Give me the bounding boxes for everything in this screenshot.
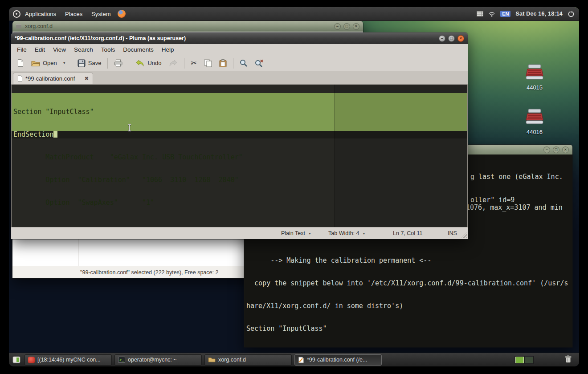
taskbar-item-pluma[interactable]: *99-calibration.conf (/e... bbox=[294, 354, 382, 366]
pluma-title: *99-calibration.conf (/etc/X11/xorg.conf… bbox=[15, 35, 186, 41]
terminal-text-fragment: oller" id=9 bbox=[470, 196, 514, 204]
close-button[interactable]: × bbox=[457, 35, 464, 42]
tab-width-selector[interactable]: Tab Width: 4 ▼ bbox=[326, 229, 368, 237]
paste-icon bbox=[219, 59, 227, 67]
open-folder-icon bbox=[31, 60, 40, 67]
print-icon bbox=[114, 59, 122, 67]
close-button[interactable]: × bbox=[353, 23, 359, 30]
spreadsheet-applet-icon[interactable] bbox=[477, 11, 483, 16]
minimize-button[interactable]: − bbox=[439, 35, 445, 42]
taskbar-item-label: xorg.conf.d bbox=[218, 357, 246, 363]
firefox-launcher-icon[interactable] bbox=[118, 10, 126, 18]
cut-button[interactable]: ✂ bbox=[188, 57, 200, 70]
workspace-1[interactable] bbox=[515, 357, 524, 363]
menu-edit[interactable]: Edit bbox=[31, 44, 49, 55]
undo-button[interactable]: Undo bbox=[132, 57, 164, 70]
menu-file[interactable]: File bbox=[13, 44, 31, 55]
open-dropdown[interactable]: ▼ bbox=[61, 57, 68, 70]
selection-status-text: "99-calibration.conf" selected (222 byte… bbox=[80, 269, 218, 276]
taskbar-item-mycnc[interactable]: [(18:14:46) myCNC con... bbox=[24, 354, 112, 366]
text-editor-icon bbox=[298, 357, 304, 363]
network-wifi-icon[interactable] bbox=[488, 11, 495, 17]
right-margin-shade bbox=[335, 85, 467, 227]
redo-button[interactable] bbox=[165, 57, 181, 70]
find-button[interactable] bbox=[237, 57, 251, 70]
language-selector[interactable]: Plain Text ▼ bbox=[278, 229, 314, 237]
tab-close-icon[interactable]: ✖ bbox=[85, 76, 89, 81]
pluma-toolbar: Open ▼ Save Undo ✂ bbox=[11, 55, 468, 71]
menu-tools[interactable]: Tools bbox=[97, 44, 119, 55]
undo-button-label: Undo bbox=[147, 60, 161, 66]
save-button[interactable]: Save bbox=[74, 57, 105, 70]
toolbar-separator bbox=[71, 58, 71, 69]
tab-99-calibration[interactable]: *99-calibration.conf ✖ bbox=[13, 73, 93, 84]
copy-button[interactable] bbox=[201, 57, 215, 70]
taskbar-item-terminal[interactable]: >_ operator@mycnc: ~ bbox=[114, 354, 202, 366]
trash-applet[interactable] bbox=[565, 355, 572, 365]
pluma-titlebar[interactable]: *99-calibration.conf (/etc/X11/xorg.conf… bbox=[11, 33, 468, 44]
chevron-down-icon: ▼ bbox=[63, 61, 66, 65]
trash-icon bbox=[565, 355, 572, 363]
language-label: Plain Text bbox=[281, 230, 305, 236]
menu-documents[interactable]: Documents bbox=[119, 44, 157, 55]
pluma-menubar: File Edit View Search Tools Documents He… bbox=[11, 44, 468, 55]
terminal-line: hare/X11/xorg.conf.d/ in some distro's) bbox=[246, 302, 568, 310]
undo-icon bbox=[135, 59, 145, 67]
open-button[interactable]: Open bbox=[28, 57, 60, 70]
device-icon bbox=[524, 109, 545, 126]
find-replace-button[interactable] bbox=[252, 57, 266, 70]
desktop-icon-44015[interactable]: 44015 bbox=[517, 64, 552, 91]
power-icon[interactable] bbox=[568, 10, 575, 17]
print-button[interactable] bbox=[111, 57, 126, 70]
editor-area[interactable]: Section "InputClass" Identifier "calibra… bbox=[11, 85, 468, 227]
desktop-icon-44016[interactable]: 44016 bbox=[517, 109, 552, 135]
device-icon bbox=[524, 64, 545, 81]
mouse-cursor bbox=[127, 124, 132, 132]
maximize-button[interactable]: □ bbox=[553, 146, 559, 153]
applications-menu[interactable]: Applications bbox=[20, 7, 61, 20]
taskbar-item-label: *99-calibration.conf (/e... bbox=[307, 357, 368, 363]
keyboard-layout-indicator[interactable]: EN bbox=[500, 11, 510, 17]
new-document-button[interactable] bbox=[14, 57, 27, 70]
terminal-line: --> Making the calibration permanent <-- bbox=[246, 257, 568, 264]
distro-menu-icon[interactable] bbox=[13, 10, 20, 18]
minimize-button[interactable]: − bbox=[543, 146, 550, 153]
cursor-position: Ln 7, Col 11 bbox=[393, 230, 422, 236]
pluma-window: *99-calibration.conf (/etc/X11/xorg.conf… bbox=[11, 33, 468, 239]
system-menu[interactable]: System bbox=[87, 7, 115, 20]
clock[interactable]: Sat Dec 16, 18:14 bbox=[515, 11, 563, 17]
menu-view[interactable]: View bbox=[49, 44, 70, 55]
terminal-text-fragment: g last one (eGalax Inc. bbox=[470, 173, 563, 181]
tab-bar: *99-calibration.conf ✖ bbox=[11, 71, 468, 85]
mycnc-icon bbox=[28, 357, 35, 363]
text-cursor bbox=[53, 131, 57, 138]
tab-label: *99-calibration.conf bbox=[25, 75, 75, 82]
show-desktop-icon bbox=[12, 356, 20, 363]
taskbar-item-label: [(18:14:46) myCNC con... bbox=[37, 357, 101, 363]
tab-width-label: Tab Width: 4 bbox=[328, 230, 359, 236]
desktop: 44015 44016 xorg.conf.d − □ × "99-calibr bbox=[9, 7, 579, 366]
toolbar-separator bbox=[129, 58, 129, 69]
places-menu[interactable]: Places bbox=[61, 7, 87, 20]
top-panel: Applications Places System EN Sat Dec 16… bbox=[9, 7, 579, 21]
desktop-icon-label: 44016 bbox=[517, 129, 552, 135]
maximize-button[interactable]: □ bbox=[343, 23, 350, 30]
workspace-2[interactable] bbox=[525, 357, 533, 363]
paste-button[interactable] bbox=[216, 57, 230, 70]
menu-help[interactable]: Help bbox=[158, 44, 178, 55]
minimize-button[interactable]: − bbox=[334, 23, 341, 30]
file-manager-title: xorg.conf.d bbox=[25, 23, 53, 29]
maximize-button[interactable]: □ bbox=[448, 35, 455, 42]
resize-grip[interactable] bbox=[461, 232, 467, 238]
terminal-line: Section "InputClass" bbox=[246, 325, 568, 333]
menu-search[interactable]: Search bbox=[70, 44, 97, 55]
show-desktop-button[interactable] bbox=[11, 354, 22, 365]
folder-icon bbox=[16, 24, 21, 28]
search-replace-icon bbox=[255, 59, 263, 67]
file-manager-titlebar[interactable]: xorg.conf.d − □ × bbox=[12, 21, 363, 32]
overwrite-mode: INS bbox=[448, 230, 457, 236]
bottom-panel: [(18:14:46) myCNC con... >_ operator@myc… bbox=[9, 353, 579, 366]
new-document-icon bbox=[17, 59, 24, 67]
taskbar-item-file-manager[interactable]: xorg.conf.d bbox=[204, 354, 292, 366]
close-button[interactable]: × bbox=[562, 146, 569, 153]
